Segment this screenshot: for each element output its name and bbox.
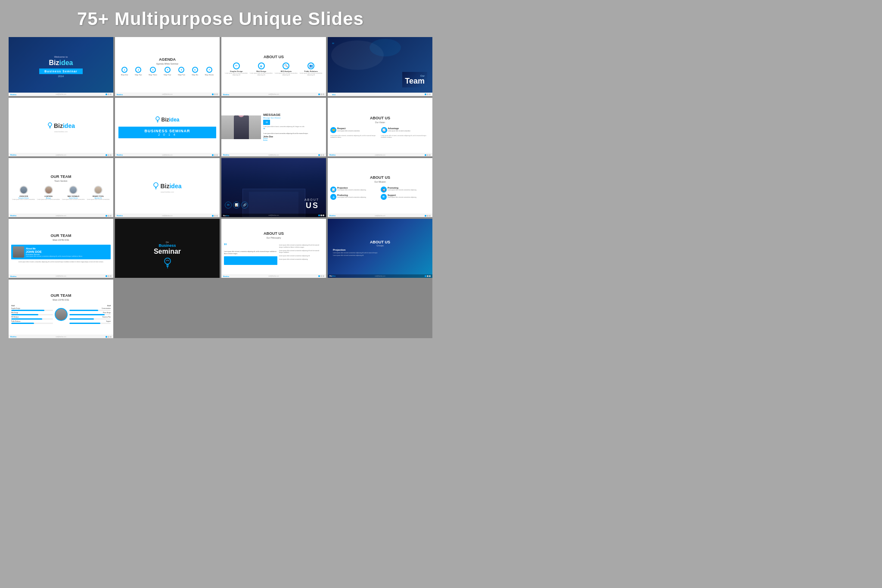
skill-graphic: Graphic Design	[11, 308, 53, 311]
member-beaby: BEABY POOL Assistant Dir Lorem ipsum dol…	[87, 186, 110, 201]
slide14-logo: the Business Seminar	[154, 241, 181, 255]
slide13-profile: About Me JOHN DOE Executive Director Lor…	[11, 245, 111, 259]
slide-11-about-dark[interactable]: ABOUT US ✉ 📊 🔗 Bizidea mail@bizidea.com	[221, 158, 326, 217]
icon-pr: 👥 Public Relations Lorem ipsum dolor sit…	[298, 62, 323, 76]
slide4-quote-icon: "	[332, 41, 334, 48]
slide4-team-text: Our Team	[402, 72, 427, 87]
slide8-cols: 🤝 Respect Lorem ipsum dolor sit amet con…	[330, 127, 430, 138]
step-2: 2 Step Two	[135, 67, 142, 76]
slide-3-about-us[interactable]: ABOUT US ✏ Graphic Design Lorem ipsum do…	[221, 37, 326, 96]
slide1-welcome-text: Welcome to	[39, 56, 83, 58]
slide10-footer: Bizidea mail@bizidea.com	[115, 214, 220, 217]
page-title: 75+ Multipurpose Unique Slides	[9, 9, 432, 29]
slide9-title: OUR TEAM	[51, 174, 71, 179]
member-leathea: LEATHEA Manager Lorem ipsum dolor sit am…	[37, 186, 60, 201]
slide17-subtitle: Meet JOHN DOE	[53, 299, 69, 301]
slide2-steps: 1 Step One 2 Step Two 3 Step Three 4 Ste…	[118, 67, 217, 76]
slide8-subtitle: Our Vision	[375, 121, 385, 124]
profile-info: About Me JOHN DOE Executive Director Lor…	[26, 247, 109, 257]
slide-5-bizidea[interactable]: Bizidea www.bizidea.com Bizidea mail@biz…	[9, 98, 113, 157]
slide-1-welcome[interactable]: Welcome to Bizidea Business Seminar 2014…	[9, 37, 113, 96]
skills-left: Skill Graphic Design Web Design SEO Anal…	[11, 305, 53, 325]
slide1-logo: Bizidea	[39, 59, 83, 67]
member-mac: MAC DONALD Service Director Lorem ipsum …	[62, 186, 85, 201]
slide12-title: ABOUT US	[370, 175, 390, 180]
svg-rect-4	[157, 121, 158, 121]
skill-seo: SEO Analyze	[11, 316, 53, 320]
slide3-title: ABOUT US	[264, 55, 284, 59]
step-6: 6 Step Six	[192, 67, 198, 76]
slide5-logo: Bizidea	[47, 122, 75, 130]
slide-14-business-seminar-dark[interactable]: the Business Seminar	[115, 219, 220, 278]
slide-16-about-groups[interactable]: ABOUT US Groups Projection Lorem ipsum d…	[328, 219, 432, 278]
chat-bubble-icon: ✉	[263, 120, 270, 125]
mission-support: 🛠 Support Lorem ipsum dolor sit amet con…	[381, 194, 430, 200]
skill-web: Web Design	[11, 312, 53, 315]
slides-grid: Welcome to Bizidea Business Seminar 2014…	[9, 37, 432, 338]
mission-promoting: 📢 Promoting Lorem ipsum dolor sit amet c…	[381, 187, 430, 193]
slide-2-agenda[interactable]: AGENDA Agenda White Seminar 1 Step One 2…	[115, 37, 220, 96]
step-3: 3 Step Three	[149, 67, 157, 76]
icon-seo: 🔍 SEO Analysis Lorem ipsum dolor sit ame…	[274, 62, 299, 76]
slide3-footer: Bizidea mail@bizidea.com	[221, 93, 326, 96]
skill-comm: Communication	[69, 308, 111, 311]
slide15-content: " Lorem ipsum dolor sit amet, consectetu…	[224, 243, 323, 265]
slide3-icons: ✏ Graphic Design Lorem ipsum dolor sit a…	[224, 62, 323, 76]
slide10-url: www.bizidea.com	[161, 191, 174, 193]
slide-8-about-vision[interactable]: ABOUT US Our Vision 🤝 Respect Lorem ipsu…	[328, 98, 432, 157]
svg-rect-1	[49, 127, 51, 128]
philosophy-left: " Lorem ipsum dolor sit amet, consectetu…	[224, 243, 277, 265]
slide-17-our-team-skills[interactable]: OUR TEAM Meet JOHN DOE Skill Graphic Des…	[9, 280, 113, 339]
icon-web-design: 🖥 Web Design Lorem ipsum dolor sit amet …	[249, 62, 274, 76]
slide13-footer: Bizidea mail@bizidea.com	[9, 274, 113, 278]
slide16-footer: Bizidea mail@bizidea.com	[328, 274, 432, 278]
philosophy-right: Lorem ipsum dolor sit amet consectetur a…	[279, 243, 323, 265]
slide-7-message[interactable]: MESSAGE Message from Director ✉ Lorem ip…	[221, 98, 326, 157]
slide8-footer: Bizidea mail@bizidea.com	[328, 153, 432, 156]
svg-rect-7	[155, 187, 157, 188]
slide6-logo: Bizidea	[155, 116, 179, 123]
slide17-skills: Skill Graphic Design Web Design SEO Anal…	[11, 305, 111, 325]
skill-biz: Business Plan	[69, 316, 111, 320]
footer-dots	[106, 93, 112, 95]
lightbulb-icon-large	[163, 258, 172, 269]
slide11-about-text: ABOUT US	[304, 198, 319, 210]
slide2-footer: Bizidea mail@bizidea.com	[115, 93, 220, 96]
slide16-title: ABOUT US	[333, 240, 427, 244]
slide-4-our-team-dark[interactable]: Our Team " Bizidea mail@bizidea.com	[328, 37, 432, 96]
slide6-bar: BUSINESS SEMINAR 2 0 1 4	[118, 127, 216, 138]
slide-6-biz-seminar[interactable]: Bizidea BUSINESS SEMINAR 2 0 1 4 Bizidea…	[115, 98, 220, 157]
step-4: 4 Step Four	[164, 67, 171, 76]
slide-13-our-team-meet[interactable]: OUR TEAM Meet JOHN DOE About Me JOHN DOE…	[9, 219, 113, 278]
slide15-title: ABOUT US	[264, 231, 284, 236]
slide5-url: www.bizidea.com	[54, 131, 68, 133]
slide5-footer: Bizidea mail@bizidea.com	[9, 153, 113, 156]
slide-12-about-mission[interactable]: ABOUT US Our Mission 📊 Projection Lorem …	[328, 158, 432, 217]
skill-support: Support	[69, 320, 111, 324]
slide12-items: 📊 Projection Lorem ipsum dolor sit amet …	[330, 187, 430, 200]
slide17-title: OUR TEAM	[51, 293, 71, 298]
step-1: 1 Step One	[121, 67, 128, 76]
slide12-footer: Bizidea mail@bizidea.com	[328, 214, 432, 217]
slide-10-bizidea-blank[interactable]: Bizidea www.bizidea.com Bizidea mail@biz…	[115, 158, 220, 217]
slide-9-our-team[interactable]: OUR TEAM Team Section JOHN DOE Executive…	[9, 158, 113, 217]
slide7-person	[221, 115, 261, 139]
about-item-respect: 🤝 Respect Lorem ipsum dolor sit amet con…	[330, 127, 379, 133]
svg-point-9	[165, 258, 171, 264]
svg-point-6	[154, 183, 158, 187]
slide16-projection: Projection Lorem ipsum dolor sit amet co…	[333, 249, 427, 256]
slide13-title: OUR TEAM	[51, 233, 71, 238]
svg-rect-11	[166, 266, 168, 267]
slide4-footer: Bizidea mail@bizidea.com	[328, 93, 432, 96]
slide17-footer: Bizidea mail@bizidea.com	[9, 335, 113, 338]
slide2-title: AGENDA	[159, 57, 176, 62]
footer-logo: Bizidea	[10, 93, 16, 96]
slide11-tech-icons: ✉ 📊 🔗	[225, 202, 274, 208]
slide16-subtitle: Groups	[333, 244, 427, 247]
slide1-year: 2014	[39, 75, 83, 78]
slide13-desc: Lorem ipsum dolor sit amet, consectetur …	[18, 261, 105, 263]
skill-photo: Photo Design	[69, 312, 111, 315]
skills-center-photo	[55, 308, 68, 321]
slide-15-about-philosophy[interactable]: ABOUT US Our Philosophy " Lorem ipsum do…	[221, 219, 326, 278]
mission-producing: ⚙ Producing Lorem ipsum dolor sit amet c…	[330, 194, 379, 200]
